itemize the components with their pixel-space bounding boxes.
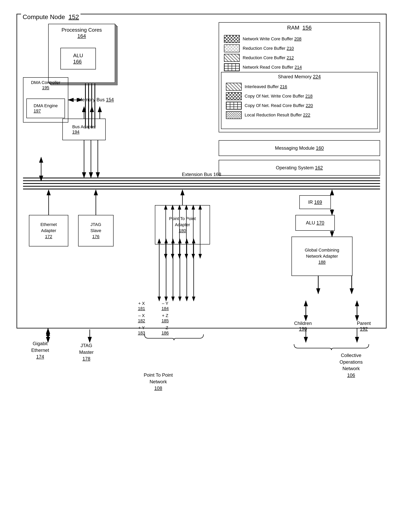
parent-label: Parent192 [357,320,371,332]
buffer-icon-208 [224,35,240,43]
shared-memory-box: Shared Memory 224 Interleaved Buffer 216… [221,72,378,129]
messaging-module-box: Messaging Module 160 [219,140,380,156]
buffer-label-216: Interleaved Buffer 216 [245,84,287,89]
collective-ops-network-label: CollectiveOperationsNetwork106 [321,352,381,378]
port-plus-z: + Z185 [156,313,174,323]
ptp-network-label: Point To PointNetwork108 [125,372,192,392]
buffer-icon-216 [226,83,242,91]
dma-controller-label: DMA Controller195 [23,80,68,90]
buffer-row-216: Interleaved Buffer 216 [226,83,373,91]
bus-adapter-label: Bus Adapter194 [72,124,96,135]
port-minus-z: – Z186 [156,325,174,335]
buffer-label-220: Copy Of Net. Read Core Buffer 220 [245,103,313,108]
jtag-slave-box: JTAGSlave176 [78,215,114,246]
shared-memory-label: Shared Memory 224 [278,74,321,79]
buffer-icon-218 [226,92,242,100]
alu170-box: ALU 170 [295,215,335,231]
os-label: Operating System 162 [276,165,323,170]
buffer-label-208: Network Write Core Buffer 208 [243,36,302,41]
children-label: Children190 [294,320,312,332]
buffer-icon-214 [224,63,240,71]
ptp-adapter-box: Point To PointAdapter180 [155,205,210,244]
extension-bus-label: Extension Bus 168 [182,172,221,177]
jtag-slave-label: JTAGSlave176 [90,222,101,240]
buffer-row-208: Network Write Core Buffer 208 [224,35,375,43]
jtag-master-label: JTAGMaster178 [67,342,106,362]
alu-label: ALU166 [73,53,83,65]
buffer-label-218: Copy Of Net. Write Core Buffer 218 [245,94,313,99]
ram-box: RAM 156 Network Write Core Buffer 208 Re… [219,22,380,132]
buffer-row-214: Network Read Core Buffer 214 [224,63,375,71]
buffer-label-222: Local Reduction Result Buffer 222 [245,113,310,118]
extension-bus-lines [23,178,380,190]
alu-box: ALU166 [60,48,96,69]
buffer-icon-212 [224,54,240,62]
ethernet-adapter-box: EthernetAdapter172 [29,215,68,246]
processing-cores-label: Processing Cores164 [49,27,115,39]
buffer-row-210: Reduction Core Buffer 210 [224,45,375,52]
ethernet-adapter-label: EthernetAdapter172 [40,222,57,240]
diagram-container: Compute Node 152 RAM 156 Network Write C… [11,8,396,523]
buffer-icon-210 [224,45,240,52]
buffer-icon-220 [226,102,242,110]
processing-cores-stack: Processing Cores164 ALU166 [48,24,115,83]
port-plus-x: + X181 [133,301,150,311]
os-box: Operating System 162 [219,160,380,176]
buffer-label-214: Network Read Core Buffer 214 [243,65,302,70]
buffer-icon-222 [226,111,242,119]
extension-bus-area: Extension Bus 168 [23,178,380,190]
gcna-label: Global CombiningNetwork Adapter188 [305,247,339,265]
buffer-row-212: Reduction Core Buffer 212 [224,54,375,62]
gcna-box: Global CombiningNetwork Adapter188 [291,237,352,276]
ir-box: IR 169 [299,195,331,209]
alu170-label: ALU 170 [306,220,324,226]
compute-node-box: Compute Node 152 RAM 156 Network Write C… [16,14,387,328]
dma-engine-box: DMA Engine197 [26,99,65,118]
dma-engine-label: DMA Engine197 [34,103,58,114]
ptp-adapter-label: Point To PointAdapter180 [169,216,196,234]
ptp-port-labels: + X181 – Y184 – X182 + Z185 + Y183 – Z18… [133,301,174,335]
bus-adapter-box: Bus Adapter194 [63,119,106,140]
ir-label: IR 169 [308,199,322,205]
memory-bus-label: Memory Bus 154 [78,97,114,102]
buffer-label-212: Reduction Core Buffer 212 [243,55,294,60]
port-plus-y: + Y183 [133,325,150,335]
compute-node-label: Compute Node 152 [21,13,80,21]
buffer-row-220: Copy Of Net. Read Core Buffer 220 [226,102,373,110]
buffer-row-222: Local Reduction Result Buffer 222 [226,111,373,119]
messaging-module-label: Messaging Module 160 [275,145,324,151]
gigabit-ethernet-label: GigabitEthernet174 [16,340,64,360]
buffer-label-210: Reduction Core Buffer 210 [243,46,294,51]
port-minus-x: – X182 [133,313,150,323]
port-minus-y: – Y184 [156,301,174,311]
dma-controller-box: DMA Controller195 DMA Engine197 [23,77,68,122]
buffer-row-218: Copy Of Net. Write Core Buffer 218 [226,92,373,100]
ram-label: RAM 156 [287,25,312,31]
